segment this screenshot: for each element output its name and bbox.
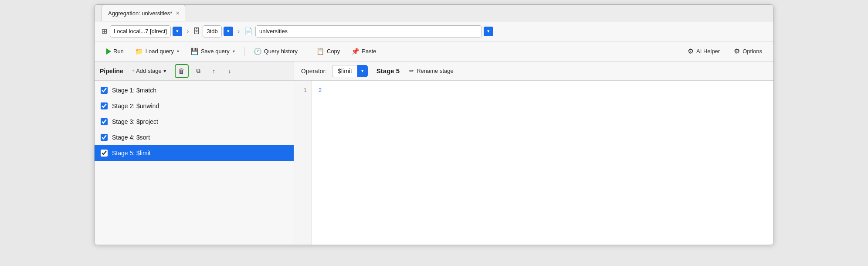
operator-label: Operator: <box>301 68 327 75</box>
editor-panel: Operator: $limit ▾ Stage 5 ✏ Rename stag… <box>294 61 773 245</box>
database-selector[interactable]: 3tdb ▾ <box>203 25 233 38</box>
toolbar-divider-2 <box>307 47 307 56</box>
paste-button[interactable]: 📌 Paste <box>346 45 381 58</box>
move-down-button[interactable]: ↓ <box>224 65 236 77</box>
collection-icon: 📄 <box>244 27 253 35</box>
folder-icon: 📁 <box>135 48 143 55</box>
code-editor[interactable]: 1 2 <box>294 81 773 245</box>
collection-dropdown-button[interactable]: ▾ <box>484 27 493 36</box>
stage-checkbox-5[interactable] <box>101 150 108 157</box>
line-number-1: 1 <box>298 86 307 95</box>
toolbar-divider-1 <box>244 47 244 56</box>
ai-helper-button[interactable]: ⚙ AI Helper <box>683 45 724 58</box>
ai-helper-label: AI Helper <box>696 48 720 55</box>
database-select-box[interactable]: 3tdb <box>203 25 221 38</box>
save-query-button[interactable]: 💾 Save query ▾ <box>186 45 240 58</box>
run-button[interactable]: Run <box>102 45 129 58</box>
stage-item-5[interactable]: Stage 5: $limit <box>95 145 294 161</box>
save-query-arrow: ▾ <box>233 49 235 54</box>
stage-item-2[interactable]: Stage 2: $unwind <box>95 98 294 114</box>
toolbar: Run 📁 Load query ▾ 💾 Save query ▾ 🕐 Quer… <box>95 41 773 61</box>
load-query-arrow: ▾ <box>177 49 179 54</box>
pipeline-panel: Pipeline + Add stage ▾ 🗑 ⧉ ↑ ↓ Stag <box>95 61 294 245</box>
tab-aggregation[interactable]: Aggregation: universities* × <box>102 5 186 21</box>
connection-selector[interactable]: Local local...7 [direct] ▾ <box>110 25 182 38</box>
stage-checkbox-3[interactable] <box>101 118 108 125</box>
add-stage-arrow: ▾ <box>163 68 166 74</box>
toolbar-left: Run 📁 Load query ▾ 💾 Save query ▾ 🕐 Quer… <box>102 45 683 58</box>
up-icon: ↑ <box>212 68 215 75</box>
copy-stage-icon: ⧉ <box>196 67 200 75</box>
stage-item-1[interactable]: Stage 1: $match <box>95 82 294 98</box>
collection-select-box[interactable]: universities <box>255 25 482 38</box>
database-dropdown-button[interactable]: ▾ <box>224 27 233 36</box>
stage-label-2: Stage 2: $unwind <box>112 102 159 109</box>
copy-label: Copy <box>327 48 340 55</box>
query-history-button[interactable]: 🕐 Query history <box>249 45 302 58</box>
nav-separator-2: › <box>237 27 240 35</box>
stage-checkbox-1[interactable] <box>101 87 108 94</box>
copy-button[interactable]: 📋 Copy <box>312 45 345 58</box>
run-label: Run <box>113 48 124 55</box>
copy-icon: 📋 <box>316 48 325 55</box>
stage-number-label: Stage 5 <box>376 67 400 75</box>
paste-label: Paste <box>362 48 376 55</box>
code-value: 2 <box>319 87 322 93</box>
database-label: 3tdb <box>207 28 217 34</box>
load-query-button[interactable]: 📁 Load query ▾ <box>130 45 184 58</box>
paste-icon: 📌 <box>351 48 359 55</box>
pipeline-header: Pipeline + Add stage ▾ 🗑 ⧉ ↑ ↓ <box>95 61 294 81</box>
rename-label: Rename stage <box>417 68 454 74</box>
save-icon: 💾 <box>190 48 199 55</box>
database-icon: 🗄 <box>193 27 200 35</box>
operator-selector[interactable]: $limit ▾ <box>332 65 368 77</box>
stage-checkbox-2[interactable] <box>101 102 108 109</box>
editor-header: Operator: $limit ▾ Stage 5 ✏ Rename stag… <box>294 61 773 81</box>
options-icon: ⚙ <box>734 47 740 55</box>
title-bar: Aggregation: universities* × <box>95 5 773 21</box>
nav-bar: ⊞ Local local...7 [direct] ▾ › 🗄 3tdb ▾ … <box>95 21 773 41</box>
query-history-label: Query history <box>264 48 298 55</box>
options-button[interactable]: ⚙ Options <box>729 45 766 58</box>
tab-close-button[interactable]: × <box>176 10 179 16</box>
load-query-label: Load query <box>146 48 174 55</box>
rename-stage-button[interactable]: ✏ Rename stage <box>405 66 458 76</box>
connection-label: Local local...7 [direct] <box>114 28 167 34</box>
app-window: Aggregation: universities* × ⊞ Local loc… <box>94 4 774 245</box>
run-icon <box>106 48 111 55</box>
trash-icon: 🗑 <box>178 67 185 75</box>
operator-value: $limit <box>338 68 352 75</box>
pencil-icon: ✏ <box>409 68 414 74</box>
connection-icon: ⊞ <box>102 27 107 35</box>
code-content[interactable]: 2 <box>312 81 773 245</box>
history-icon: 🕐 <box>254 48 262 55</box>
stage-label-5: Stage 5: $limit <box>112 150 151 157</box>
tab-title: Aggregation: universities* <box>108 10 172 17</box>
operator-select-box[interactable]: $limit <box>332 65 357 77</box>
save-query-label: Save query <box>201 48 230 55</box>
stage-item-4[interactable]: Stage 4: $sort <box>95 130 294 145</box>
stage-item-3[interactable]: Stage 3: $project <box>95 114 294 130</box>
down-icon: ↓ <box>228 68 231 75</box>
connection-select-box[interactable]: Local local...7 [direct] <box>110 25 171 38</box>
operator-dropdown-button[interactable]: ▾ <box>357 65 368 77</box>
copy-stage-button[interactable]: ⧉ <box>192 65 204 77</box>
options-label: Options <box>743 48 762 55</box>
stage-label-4: Stage 4: $sort <box>112 134 150 141</box>
move-up-button[interactable]: ↑ <box>208 65 220 77</box>
toolbar-right: ⚙ AI Helper ⚙ Options <box>683 45 766 58</box>
add-stage-label: + Add stage <box>132 68 162 74</box>
collection-selector[interactable]: universities ▾ <box>255 25 766 38</box>
stage-label-3: Stage 3: $project <box>112 118 158 125</box>
nav-separator-1: › <box>186 27 189 35</box>
stage-label-1: Stage 1: $match <box>112 87 156 94</box>
ai-helper-icon: ⚙ <box>688 47 694 55</box>
add-stage-button[interactable]: + Add stage ▾ <box>127 65 171 76</box>
connection-dropdown-button[interactable]: ▾ <box>173 27 182 36</box>
collection-label: universities <box>259 28 288 34</box>
stage-list: Stage 1: $matchStage 2: $unwindStage 3: … <box>95 81 294 163</box>
stage-checkbox-4[interactable] <box>101 134 108 141</box>
line-numbers: 1 <box>294 81 312 245</box>
main-content: Pipeline + Add stage ▾ 🗑 ⧉ ↑ ↓ Stag <box>95 61 773 245</box>
delete-stage-button[interactable]: 🗑 <box>175 64 189 78</box>
